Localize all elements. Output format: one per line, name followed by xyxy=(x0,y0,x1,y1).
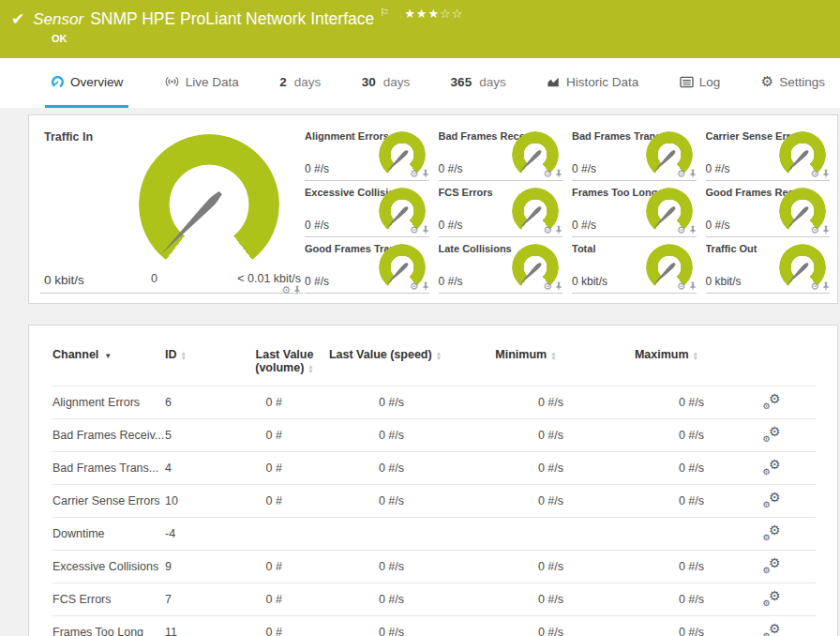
priority-stars[interactable]: ★★★☆☆ xyxy=(404,7,463,21)
edit-channel-gears-icon[interactable]: ⚙ ⚙ xyxy=(763,557,781,573)
tab-365-days[interactable]: 365 days xyxy=(445,58,512,108)
traffic-in-gauge xyxy=(139,134,279,275)
tab-overview[interactable]: Overview xyxy=(45,58,128,108)
pin-icon[interactable] xyxy=(555,225,562,235)
channel-gear-icon[interactable]: ⚙ xyxy=(410,281,419,292)
sort-icon[interactable]: ▲▼ xyxy=(436,351,442,360)
tab-historic-data[interactable]: Historic Data xyxy=(541,58,644,108)
cell-channel: Bad Frames Trans... xyxy=(52,452,165,485)
pin-icon[interactable] xyxy=(689,169,697,179)
channel-gear-icon[interactable]: ⚙ xyxy=(810,169,819,179)
cell-last-value-volume xyxy=(245,518,324,551)
gauge-cell: Alignment Errors 0 #/s ⚙ xyxy=(305,125,429,181)
gauge-cell: Bad Frames Received 0 #/s ⚙ xyxy=(439,125,563,181)
channel-gear-icon[interactable]: ⚙ xyxy=(410,169,419,179)
sort-icon[interactable]: ▲▼ xyxy=(693,351,698,360)
channel-gear-icon[interactable]: ⚙ xyxy=(810,225,819,235)
col-header-channel[interactable]: Channel▼ xyxy=(52,348,165,386)
col-header-id[interactable]: ID▲▼ xyxy=(165,348,245,386)
edit-channel-gears-icon[interactable]: ⚙ ⚙ xyxy=(763,492,781,507)
pin-icon[interactable] xyxy=(422,281,429,292)
table-row: Bad Frames Receiv... 5 0 # 0 #/s 0 #/s 0… xyxy=(52,419,816,452)
cell-channel: Bad Frames Receiv... xyxy=(52,419,165,452)
tab-live-data[interactable]: Live Data xyxy=(158,58,245,108)
cell-id: 7 xyxy=(165,583,245,616)
cell-maximum: 0 #/s xyxy=(606,419,728,452)
sort-icon[interactable]: ▲▼ xyxy=(550,351,556,360)
channel-gear-icon[interactable]: ⚙ xyxy=(543,169,552,179)
gauge-cell-value: 0 kbit/s xyxy=(572,275,608,288)
gauge-max-label: < 0.01 kbit/s xyxy=(237,272,301,285)
edit-channel-gears-icon[interactable]: ⚙ ⚙ xyxy=(763,623,781,636)
sort-icon[interactable]: ▲▼ xyxy=(308,364,313,373)
edit-channel-gears-icon[interactable]: ⚙ ⚙ xyxy=(763,426,781,442)
cell-last-value-speed: 0 #/s xyxy=(324,583,446,616)
tab-label-word: days xyxy=(294,75,322,89)
pin-icon[interactable] xyxy=(689,225,697,235)
area-chart-icon xyxy=(547,75,561,88)
col-header-maximum[interactable]: Maximum▲▼ xyxy=(606,348,728,386)
gauge-cell-title: FCS Errors xyxy=(439,187,493,198)
main-gauge-title: Traffic In xyxy=(44,130,93,144)
gauge-cell-title: Traffic Out xyxy=(706,243,758,254)
pin-icon[interactable] xyxy=(422,225,429,235)
tab-label: Live Data xyxy=(186,75,239,89)
edit-channel-gears-icon[interactable]: ⚙ ⚙ xyxy=(763,459,781,475)
col-header-minimum[interactable]: Minimum▲▼ xyxy=(446,348,606,386)
sort-desc-icon[interactable]: ▼ xyxy=(104,352,112,360)
cell-id: 11 xyxy=(165,616,245,636)
tab-log[interactable]: Log xyxy=(674,58,727,108)
status-check-icon: ✔ xyxy=(11,9,24,29)
tab-2-days[interactable]: 2 days xyxy=(274,58,326,108)
tab-label: Overview xyxy=(70,75,123,89)
pin-icon[interactable] xyxy=(822,169,830,179)
gauge-cell: Frames Too Long 0 #/s ⚙ xyxy=(572,181,697,237)
col-header-last-value-speed[interactable]: Last Value (speed)▲▼ xyxy=(324,348,446,386)
tab-label-number: 30 xyxy=(362,75,376,89)
gauge-cell-value: 0 #/s xyxy=(706,219,730,232)
channel-gear-icon[interactable]: ⚙ xyxy=(810,281,819,292)
cell-id: 10 xyxy=(165,485,245,518)
cell-last-value-volume: 0 # xyxy=(245,452,324,485)
main-gauge-value: 0 kbit/s xyxy=(44,273,84,287)
gauge-min-label: 0 xyxy=(151,272,158,285)
pin-icon[interactable] xyxy=(555,281,562,292)
pin-icon[interactable] xyxy=(822,281,830,292)
gauge-icon xyxy=(51,75,65,89)
pin-icon[interactable] xyxy=(822,225,830,235)
channel-gear-icon[interactable]: ⚙ xyxy=(677,281,686,292)
tab-label-word: days xyxy=(479,75,506,89)
status-badge: OK xyxy=(52,33,840,44)
pin-icon[interactable] xyxy=(293,285,301,295)
gauge-cell-title: Late Collisions xyxy=(439,243,512,254)
cell-last-value-volume: 0 # xyxy=(245,616,324,636)
sensor-kind-label: Sensor xyxy=(33,10,83,29)
gauge-cell-value: 0 #/s xyxy=(572,162,596,175)
pin-icon[interactable] xyxy=(555,169,562,179)
tab-settings[interactable]: ⚙ Settings xyxy=(756,58,831,108)
table-row: Frames Too Long 11 0 # 0 #/s 0 #/s 0 #/s… xyxy=(52,616,816,636)
cell-maximum: 0 #/s xyxy=(606,551,728,583)
page-title: SNMP HPE ProLiant Network Interface xyxy=(90,9,374,29)
cell-last-value-volume: 0 # xyxy=(245,485,324,518)
tab-30-days[interactable]: 30 days xyxy=(356,58,416,108)
channel-table: Channel▼ ID▲▼ Last Value (volume)▲▼ Last… xyxy=(52,348,816,636)
channel-gear-icon[interactable]: ⚙ xyxy=(543,225,552,235)
priority-flag-icon[interactable]: ⚐ xyxy=(380,7,389,19)
pin-icon[interactable] xyxy=(422,169,429,179)
pin-icon[interactable] xyxy=(689,281,697,292)
channel-gear-icon[interactable]: ⚙ xyxy=(281,285,291,295)
tab-label: Log xyxy=(699,75,721,89)
channel-gear-icon[interactable]: ⚙ xyxy=(677,169,686,179)
edit-channel-gears-icon[interactable]: ⚙ ⚙ xyxy=(763,590,781,606)
gauge-cell-title: Alignment Errors xyxy=(305,130,389,142)
cell-last-value-speed: 0 #/s xyxy=(324,485,446,518)
sort-icon[interactable]: ▲▼ xyxy=(181,351,187,360)
channel-gear-icon[interactable]: ⚙ xyxy=(410,225,419,235)
channel-gear-icon[interactable]: ⚙ xyxy=(677,225,686,235)
channel-gear-icon[interactable]: ⚙ xyxy=(543,281,552,292)
edit-channel-gears-icon[interactable]: ⚙ ⚙ xyxy=(763,393,781,409)
col-header-last-value-volume[interactable]: Last Value (volume)▲▼ xyxy=(245,348,324,386)
cell-id: 5 xyxy=(165,419,245,452)
edit-channel-gears-icon[interactable]: ⚙ ⚙ xyxy=(763,524,781,540)
